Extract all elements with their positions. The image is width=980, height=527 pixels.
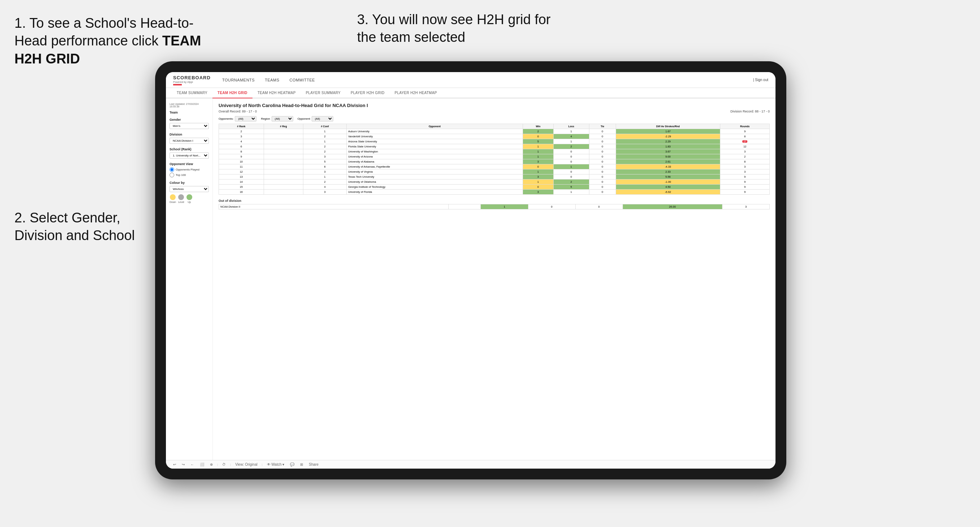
filter-row: Opponents: (All) Region (All) Opponent (219, 116, 770, 121)
cell-loss: 1 (553, 129, 589, 134)
opponent-filter: Opponent (All) (298, 116, 333, 121)
cell-tie: 0 (589, 184, 616, 190)
share-btn[interactable]: Share (307, 462, 320, 467)
nav-teams[interactable]: TEAMS (264, 76, 280, 84)
gender-select[interactable]: Men's (170, 123, 209, 129)
sidebar: Last Updated: 27/03/2024 16:55:38 Team G… (166, 98, 213, 460)
table-row: 15 4 Georgia Institute of Technology 0 5… (219, 184, 770, 190)
cell-tie: 0 (589, 139, 616, 144)
cell-conf: 3 (303, 170, 347, 175)
comment-btn[interactable]: 💬 (288, 462, 296, 467)
annotation-3: 3. You will now see H2H grid for the tea… (357, 11, 566, 46)
opponents-filter: Opponents: (All) (219, 116, 256, 121)
cell-tie: 0 (589, 154, 616, 159)
tab-player-h2h-heatmap[interactable]: PLAYER H2H HEATMAP (390, 88, 442, 98)
plus-btn[interactable]: ⊕ (208, 462, 214, 467)
cell-win: 3 (523, 159, 553, 164)
cell-tie: 0 (589, 129, 616, 134)
region-select[interactable]: (All) (272, 116, 293, 121)
cell-diff: -4.33 (616, 164, 720, 170)
table-row: 6 2 Florida State University 1 2 0 1.83 … (219, 144, 770, 149)
opponents-select[interactable]: (All) (235, 116, 256, 121)
division-select[interactable]: NCAA Division I (170, 138, 209, 144)
colour-select[interactable]: Win/loss (170, 186, 209, 192)
col-loss: Loss (553, 124, 589, 129)
opponent-label: Opponent (298, 117, 310, 121)
cell-opponent: Auburn University (347, 129, 523, 134)
gender-label: Gender (170, 118, 209, 121)
tab-team-h2h-heatmap[interactable]: TEAM H2H HEATMAP (253, 88, 301, 98)
nav-tournaments[interactable]: TOURNAMENTS (221, 76, 255, 84)
cell-reg (264, 175, 303, 179)
radio-opponents-played[interactable]: Opponents Played (170, 167, 209, 172)
cell-diff: 3.67 (616, 149, 720, 154)
table-row: 10 5 University of Alabama 3 0 0 2.61 8 (219, 159, 770, 164)
cell-win: 1 (523, 144, 553, 149)
cell-rank: 2 (219, 129, 264, 134)
separator3: | (262, 463, 262, 466)
table-row: 14 2 University of Oklahoma 1 2 0 -1.00 … (219, 179, 770, 184)
cell-conf: 2 (303, 144, 347, 149)
tablet-screen: SCOREBOARD Powered by clippi TOURNAMENTS… (166, 72, 775, 468)
cell-rank: 16 (219, 190, 264, 195)
col-conf: # Conf (303, 124, 347, 129)
cell-rounds: 8 (720, 159, 770, 164)
cell-opponent: University of Florida (347, 190, 523, 195)
cell-reg (264, 149, 303, 154)
cell-tie: 0 (589, 134, 616, 139)
tablet-device: SCOREBOARD Powered by clippi TOURNAMENTS… (155, 61, 786, 479)
tab-team-summary[interactable]: TEAM SUMMARY (172, 88, 212, 98)
school-select[interactable]: 1. University of Nort... (170, 152, 209, 159)
cell-rounds: 9 (720, 129, 770, 134)
table-row: 12 3 University of Virginia 1 0 0 2.33 3 (219, 170, 770, 175)
cell-opponent: University of Alabama (347, 159, 523, 164)
cell-diff: 2.61 (616, 159, 720, 164)
cell-reg (264, 139, 303, 144)
cell-win: 3 (523, 190, 553, 195)
cell-conf: 2 (303, 134, 347, 139)
cell-win: 2 (523, 129, 553, 134)
cell-tie: 0 (589, 149, 616, 154)
undo-btn[interactable]: ↩ (172, 462, 177, 467)
col-diff: Diff Av Strokes/Rnd (616, 124, 720, 129)
cell-rounds: 3 (720, 170, 770, 175)
view-original[interactable]: View: Original (234, 462, 259, 467)
cell-rank: 9 (219, 154, 264, 159)
cell-win: 0 (523, 134, 553, 139)
crop-btn[interactable]: ⬜ (198, 462, 205, 467)
cell-reg (264, 159, 303, 164)
nav-sign-out[interactable]: | Sign out (753, 78, 768, 82)
table-row: 11 6 University of Arkansas, Fayettevill… (219, 164, 770, 170)
main-content: Last Updated: 27/03/2024 16:55:38 Team G… (166, 98, 775, 460)
col-reg: # Reg (264, 124, 303, 129)
cell-reg (264, 154, 303, 159)
cell-loss: 0 (553, 149, 589, 154)
cell-conf: 2 (303, 179, 347, 184)
logo-accent (173, 84, 182, 86)
cell-opponent: University of Oklahoma (347, 179, 523, 184)
ann2-text: 2. Select Gender, Division and School (14, 210, 135, 243)
cell-tie: 0 (589, 170, 616, 175)
cell-diff: 4.50 (616, 184, 720, 190)
division-section: Division NCAA Division I (170, 133, 209, 144)
back-btn[interactable]: ← (189, 462, 196, 467)
tab-player-summary[interactable]: PLAYER SUMMARY (301, 88, 346, 98)
colour-down-circle (170, 194, 176, 200)
redo-btn[interactable]: ↪ (180, 462, 186, 467)
table-row: 4 1 Arizona State University 5 1 0 2.29 … (219, 139, 770, 144)
cell-diff: -1.00 (616, 179, 720, 184)
nav-committee[interactable]: COMMITTEE (289, 76, 316, 84)
cell-win: 1 (523, 154, 553, 159)
tab-team-h2h-grid[interactable]: TEAM H2H GRID (212, 88, 253, 98)
sub-nav: TEAM SUMMARY TEAM H2H GRID TEAM H2H HEAT… (166, 88, 775, 98)
watch-btn[interactable]: 👁 Watch ▾ (266, 462, 286, 467)
grid-btn[interactable]: ⊞ (299, 462, 304, 467)
clock-btn[interactable]: ⏱ (221, 462, 227, 467)
radio-top100[interactable]: Top 100 (170, 173, 209, 177)
out-win: 1 (481, 205, 528, 210)
out-diff: 26.00 (622, 205, 722, 210)
opponent-select[interactable]: (All) (312, 116, 333, 121)
tab-player-h2h-grid[interactable]: PLAYER H2H GRID (345, 88, 390, 98)
cell-win: 1 (523, 149, 553, 154)
cell-reg (264, 190, 303, 195)
